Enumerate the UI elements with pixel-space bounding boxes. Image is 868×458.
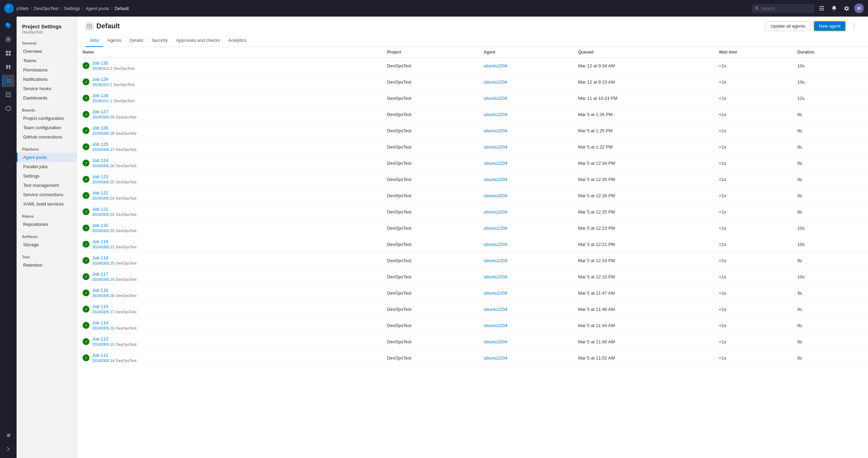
job-agent[interactable]: ubuntu2204 bbox=[479, 171, 574, 188]
job-agent[interactable]: ubuntu2204 bbox=[479, 301, 574, 317]
agent-link[interactable]: ubuntu2204 bbox=[484, 128, 507, 133]
job-build-link[interactable]: 20240305.27 bbox=[92, 147, 114, 152]
tab-security[interactable]: Security bbox=[147, 34, 172, 47]
job-build-link[interactable]: 20240305.24 bbox=[92, 196, 114, 200]
job-build-link[interactable]: 20240305.25 bbox=[92, 180, 114, 184]
settings-icon[interactable] bbox=[842, 3, 851, 13]
agent-link[interactable]: ubuntu2204 bbox=[484, 144, 507, 150]
agent-link[interactable]: ubuntu2204 bbox=[484, 96, 507, 101]
sidebar-item-repositories[interactable]: Repositories bbox=[17, 220, 77, 229]
job-name-link[interactable]: Job 123 bbox=[92, 174, 136, 179]
job-agent[interactable]: ubuntu2204 bbox=[479, 317, 574, 334]
job-name-link[interactable]: Job 118 bbox=[92, 255, 136, 260]
job-name-link[interactable]: Job 122 bbox=[92, 190, 136, 195]
sidebar-item-service-hooks[interactable]: Service hooks bbox=[17, 84, 77, 93]
sidebar-item-teams[interactable]: Teams bbox=[17, 56, 77, 65]
job-agent[interactable]: ubuntu2204 bbox=[479, 269, 574, 285]
job-agent[interactable]: ubuntu2204 bbox=[479, 285, 574, 301]
tab-analytics[interactable]: Analytics bbox=[224, 34, 250, 47]
testplans-icon[interactable] bbox=[2, 88, 15, 101]
job-build-link[interactable]: 20240305.16 bbox=[92, 326, 114, 330]
job-build-link[interactable]: 20240311.1 bbox=[92, 99, 112, 103]
job-build-link[interactable]: 20240305.17 bbox=[92, 310, 114, 314]
pipelines-icon[interactable] bbox=[2, 75, 15, 87]
agent-link[interactable]: ubuntu2204 bbox=[484, 226, 507, 231]
job-build-link[interactable]: 20240305.23 bbox=[92, 212, 114, 217]
job-agent[interactable]: ubuntu2204 bbox=[479, 204, 574, 220]
boards-icon[interactable] bbox=[2, 47, 15, 59]
more-options-icon[interactable]: ⋮ bbox=[849, 21, 860, 31]
sidebar-item-github-connections[interactable]: GitHub connections bbox=[17, 132, 77, 142]
job-build-link[interactable]: 20240312.2 bbox=[92, 66, 112, 70]
job-name-link[interactable]: Job 116 bbox=[92, 288, 136, 293]
job-name-link[interactable]: Job 124 bbox=[92, 158, 136, 163]
job-name-link[interactable]: Job 121 bbox=[92, 207, 136, 212]
sidebar-item-xaml-build-services[interactable]: XAML build services bbox=[17, 199, 77, 209]
home-icon[interactable] bbox=[2, 19, 15, 32]
agent-link[interactable]: ubuntu2204 bbox=[484, 63, 507, 68]
agent-link[interactable]: ubuntu2204 bbox=[484, 323, 507, 328]
job-agent[interactable]: ubuntu2204 bbox=[479, 334, 574, 350]
sidebar-item-retention[interactable]: Retention bbox=[17, 260, 77, 270]
sidebar-item-overview[interactable]: Overview bbox=[17, 47, 77, 56]
job-build-link[interactable]: 20240305.22 bbox=[92, 229, 114, 233]
app-logo[interactable] bbox=[4, 3, 14, 13]
job-name-link[interactable]: Job 113 bbox=[92, 336, 136, 342]
agent-link[interactable]: ubuntu2204 bbox=[484, 355, 507, 361]
job-name-link[interactable]: Job 125 bbox=[92, 142, 136, 147]
job-name-link[interactable]: Job 119 bbox=[92, 239, 136, 244]
job-name-link[interactable]: Job 128 bbox=[92, 93, 134, 98]
agent-link[interactable]: ubuntu2204 bbox=[484, 242, 507, 247]
sidebar-item-storage[interactable]: Storage bbox=[17, 240, 77, 249]
job-agent[interactable]: ubuntu2204 bbox=[479, 155, 574, 171]
job-name-link[interactable]: Job 120 bbox=[92, 223, 136, 228]
bell-icon[interactable] bbox=[829, 3, 839, 13]
sidebar-item-dashboards[interactable]: Dashboards bbox=[17, 93, 77, 103]
sidebar-item-team-configuration[interactable]: Team configuration bbox=[17, 123, 77, 132]
job-name-link[interactable]: Job 129 bbox=[92, 77, 134, 82]
agent-link[interactable]: ubuntu2204 bbox=[484, 307, 507, 312]
search-box[interactable] bbox=[752, 4, 814, 13]
job-agent[interactable]: ubuntu2204 bbox=[479, 236, 574, 252]
job-name-link[interactable]: Job 126 bbox=[92, 125, 136, 131]
agent-link[interactable]: ubuntu2204 bbox=[484, 112, 507, 117]
agent-link[interactable]: ubuntu2204 bbox=[484, 258, 507, 263]
settings-rail-icon[interactable] bbox=[2, 429, 15, 441]
job-build-link[interactable]: 20240305.19 bbox=[92, 277, 114, 282]
breadcrumb-agent-pools[interactable]: Agent pools bbox=[85, 6, 109, 11]
job-agent[interactable]: ubuntu2204 bbox=[479, 74, 574, 90]
agent-link[interactable]: ubuntu2204 bbox=[484, 193, 507, 198]
job-agent[interactable]: ubuntu2204 bbox=[479, 123, 574, 139]
sidebar-item-project-configuration[interactable]: Project configuration bbox=[17, 114, 77, 123]
job-build-link[interactable]: 20240305.26 bbox=[92, 164, 114, 168]
agent-link[interactable]: ubuntu2204 bbox=[484, 161, 507, 166]
sidebar-item-parallel-jobs[interactable]: Parallel jobs bbox=[17, 162, 77, 171]
tab-details[interactable]: Details bbox=[125, 34, 147, 47]
agent-link[interactable]: ubuntu2204 bbox=[484, 339, 507, 344]
job-name-link[interactable]: Job 112 bbox=[92, 353, 136, 358]
search-input[interactable] bbox=[761, 6, 811, 11]
job-build-link[interactable]: 20240312.1 bbox=[92, 83, 112, 87]
job-build-link[interactable]: 20240305.21 bbox=[92, 245, 114, 249]
job-name-link[interactable]: Job 114 bbox=[92, 320, 136, 325]
job-agent[interactable]: ubuntu2204 bbox=[479, 220, 574, 236]
sidebar-item-permissions[interactable]: Permissions bbox=[17, 65, 77, 75]
tab-jobs[interactable]: Jobs bbox=[85, 34, 103, 47]
collapse-icon[interactable] bbox=[2, 443, 15, 455]
job-agent[interactable]: ubuntu2204 bbox=[479, 106, 574, 123]
job-name-link[interactable]: Job 117 bbox=[92, 271, 136, 277]
job-name-link[interactable]: Job 115 bbox=[92, 304, 136, 309]
sidebar-item-test-management[interactable]: Test management bbox=[17, 181, 77, 190]
job-build-link[interactable]: 20240305.15 bbox=[92, 342, 114, 346]
agent-link[interactable]: ubuntu2204 bbox=[484, 209, 507, 214]
tab-agents[interactable]: Agents bbox=[103, 34, 125, 47]
agent-link[interactable]: ubuntu2204 bbox=[484, 274, 507, 279]
job-agent[interactable]: ubuntu2204 bbox=[479, 252, 574, 269]
job-agent[interactable]: ubuntu2204 bbox=[479, 350, 574, 366]
agent-link[interactable]: ubuntu2204 bbox=[484, 177, 507, 182]
job-agent[interactable]: ubuntu2204 bbox=[479, 188, 574, 204]
job-agent[interactable]: ubuntu2204 bbox=[479, 58, 574, 74]
new-agent-button[interactable]: New agent bbox=[813, 21, 846, 31]
artifacts-icon[interactable] bbox=[2, 102, 15, 115]
breadcrumb-settings[interactable]: Settings bbox=[64, 6, 80, 11]
